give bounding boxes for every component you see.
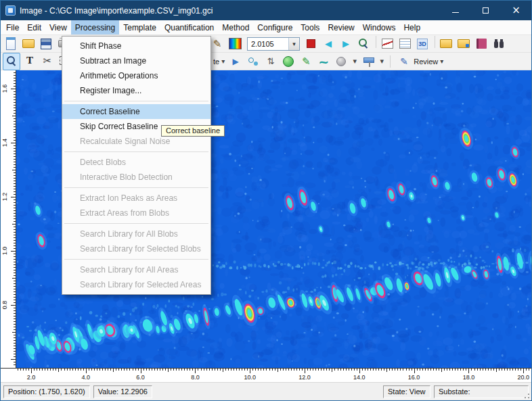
y-axis-tick xyxy=(14,99,16,100)
y-axis-tick xyxy=(14,124,16,124)
menu-configure[interactable]: Configure xyxy=(253,20,296,34)
play-icon[interactable] xyxy=(227,53,244,70)
x-axis-tick xyxy=(365,369,365,371)
x-axis-tick xyxy=(321,369,322,371)
view-3d-icon[interactable] xyxy=(414,36,430,52)
x-axis-tick xyxy=(480,369,481,371)
y-axis-tick xyxy=(12,224,16,225)
x-axis-tick xyxy=(212,369,213,371)
x-axis-tick xyxy=(294,369,294,371)
menu-help[interactable]: Help xyxy=(399,20,424,34)
paint-roller-icon[interactable] xyxy=(360,53,376,70)
y-axis-tick xyxy=(14,135,16,135)
x-axis-tick xyxy=(190,369,190,371)
y-axis-tick xyxy=(14,313,16,314)
text-icon[interactable] xyxy=(22,53,38,69)
x-axis-tick xyxy=(61,369,62,371)
resize-grip[interactable] xyxy=(522,391,530,399)
x-axis-tick xyxy=(234,369,234,371)
review-dropdown-button[interactable]: Review ▾ xyxy=(393,52,446,71)
y-axis-tick xyxy=(14,162,16,162)
x-axis-tick xyxy=(403,369,403,371)
squiggle-icon[interactable] xyxy=(315,53,332,70)
x-axis-tick xyxy=(389,369,390,371)
x-axis-tick xyxy=(507,369,508,371)
x-axis-label: 16.0 xyxy=(406,374,422,381)
menu-item-search-library-for-selected-areas: Search Library for Selected Areas xyxy=(62,277,210,292)
notebook-icon[interactable] xyxy=(473,36,489,52)
sort-arrows-icon[interactable] xyxy=(263,53,279,70)
back-icon[interactable] xyxy=(320,36,336,52)
flask-icon[interactable] xyxy=(245,53,261,70)
menu-item-register-image[interactable]: Register Image... xyxy=(62,83,210,98)
green-pen-icon[interactable] xyxy=(298,53,314,70)
menu-tools[interactable]: Tools xyxy=(296,20,324,34)
menu-review[interactable]: Review xyxy=(324,20,358,34)
x-axis-tick xyxy=(198,369,198,371)
menu-item-arithmetic-operations[interactable]: Arithmetic Operations xyxy=(62,68,210,83)
x-axis-tick xyxy=(441,369,442,372)
x-axis-tick xyxy=(168,369,169,372)
y-axis-tick xyxy=(14,351,16,352)
caret-icon[interactable] xyxy=(378,53,386,70)
pencil-icon[interactable] xyxy=(209,36,225,52)
y-axis-tick xyxy=(14,319,16,319)
y-axis-tick xyxy=(12,116,16,116)
minimize-button[interactable] xyxy=(440,1,470,20)
y-axis-tick xyxy=(14,118,16,119)
zoom-refresh-icon[interactable] xyxy=(355,36,372,52)
maximize-button[interactable] xyxy=(470,1,501,20)
forward-icon[interactable] xyxy=(338,36,354,52)
caret-icon[interactable] xyxy=(351,53,359,70)
x-axis-tick xyxy=(526,369,527,371)
menu-item-correct-baseline[interactable]: Correct Baseline xyxy=(62,104,210,119)
x-axis-tick xyxy=(359,369,360,373)
y-axis-tick xyxy=(14,254,16,254)
line-chart-icon[interactable] xyxy=(379,36,395,52)
x-axis-tick xyxy=(209,369,210,371)
sphere-icon[interactable] xyxy=(333,53,349,70)
y-axis-tick xyxy=(14,273,16,273)
x-axis-tick xyxy=(515,369,516,371)
palette-dropdown-button[interactable]: te ▾ xyxy=(210,56,227,67)
menu-item-subtract-an-image[interactable]: Subtract an Image xyxy=(62,53,210,68)
x-axis-tick xyxy=(449,369,450,371)
y-axis-tick xyxy=(14,256,16,257)
menu-file[interactable]: File xyxy=(2,20,23,34)
toolbar2-mid-group xyxy=(227,53,387,70)
menu-windows[interactable]: Windows xyxy=(359,20,400,34)
menu-item-shift-phase[interactable]: Shift Phase xyxy=(62,39,210,53)
x-axis-tick xyxy=(362,369,363,371)
record-icon[interactable] xyxy=(303,36,319,52)
globe-icon[interactable] xyxy=(280,53,296,70)
magnifier-tool-selected[interactable] xyxy=(3,53,20,70)
y-axis-tick xyxy=(14,248,16,249)
x-axis-tick xyxy=(455,369,456,371)
save-icon[interactable] xyxy=(38,36,54,52)
menu-edit[interactable]: Edit xyxy=(23,20,45,34)
binoculars-icon[interactable] xyxy=(491,36,507,52)
zoom-level-combo[interactable]: 2.0105 ▾ xyxy=(247,37,300,51)
close-button[interactable]: × xyxy=(501,1,531,20)
x-axis-tick xyxy=(75,369,76,371)
menu-quantification[interactable]: Quantification xyxy=(160,20,218,34)
x-axis-tick xyxy=(422,369,423,371)
menu-processing[interactable]: Processing xyxy=(71,20,119,34)
open-folder-icon[interactable] xyxy=(20,36,37,52)
scissors-icon[interactable] xyxy=(39,53,56,69)
folder-image-icon[interactable] xyxy=(456,36,472,52)
x-axis-tick xyxy=(162,369,163,371)
y-axis-tick xyxy=(14,283,16,284)
menu-view[interactable]: View xyxy=(45,20,71,34)
folder-icon[interactable] xyxy=(438,36,454,52)
menu-method[interactable]: Method xyxy=(218,20,253,34)
new-image-icon[interactable] xyxy=(3,36,19,52)
chevron-down-icon[interactable]: ▾ xyxy=(288,38,299,50)
y-axis-tick xyxy=(11,197,16,197)
colormap-icon[interactable] xyxy=(227,36,243,52)
menu-template[interactable]: Template xyxy=(119,20,160,34)
x-axis-tick xyxy=(127,369,127,371)
data-grid-icon[interactable] xyxy=(397,36,413,52)
x-axis-tick xyxy=(28,369,29,371)
magnifier-icon[interactable] xyxy=(3,53,20,70)
